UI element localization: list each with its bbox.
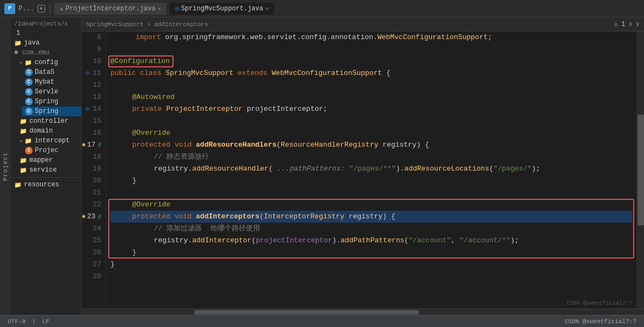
folder-icon: 📁 bbox=[14, 40, 22, 47]
code-line-18: // 静态资源放行 bbox=[110, 151, 632, 163]
sidebar-item-1[interactable]: 1 bbox=[11, 28, 81, 38]
sidebar-item-projec[interactable]: C Projec bbox=[22, 146, 81, 155]
code-editor[interactable]: 8 9 10 ◎11 12 13 bbox=[82, 32, 644, 309]
item-label: service bbox=[29, 166, 57, 174]
sidebar: Project /IdeaProjects/x 1 📁 java ■ com.x… bbox=[0, 17, 82, 315]
code-line-22: @Override bbox=[110, 199, 632, 211]
line-numbers: 8 9 10 ◎11 12 13 bbox=[82, 32, 106, 309]
sidebar-item-controller[interactable]: 📁 controller bbox=[16, 116, 81, 126]
scrollbar[interactable] bbox=[636, 32, 644, 309]
status-line-sep: | bbox=[29, 318, 39, 325]
watermark: CSDN @sweetficial7:7 bbox=[567, 300, 632, 306]
chevron-icon: ▸ bbox=[20, 60, 22, 66]
folder-icon: 📁 bbox=[24, 59, 32, 66]
class-icon: C bbox=[25, 88, 33, 96]
class-icon: C bbox=[25, 98, 33, 105]
sidebar-item-spring1[interactable]: C Spring bbox=[22, 97, 81, 106]
folder-icon: 📁 bbox=[20, 128, 27, 135]
code-line-26: } bbox=[110, 247, 632, 259]
code-line-11: public class SpringMvcSupport extends We… bbox=[110, 67, 632, 79]
item-label: 1 bbox=[16, 29, 20, 37]
horizontal-scrollbar[interactable] bbox=[82, 309, 644, 315]
status-watermark: CSDN @sweetficial7:7 bbox=[561, 318, 640, 325]
sidebar-item-service[interactable]: 📁 service bbox=[16, 165, 81, 175]
sidebar-item-java[interactable]: 📁 java bbox=[11, 38, 81, 48]
folder-icon: 📁 bbox=[24, 137, 32, 144]
editor-toolbar: SpringMvcSupport > addInterceptors ⚠ 1 ∧… bbox=[82, 17, 644, 32]
main-container: Project /IdeaProjects/x 1 📁 java ■ com.x… bbox=[0, 17, 644, 315]
code-line-20: } bbox=[110, 175, 632, 187]
item-label: Spring bbox=[35, 98, 58, 105]
class-icon: C bbox=[25, 68, 33, 76]
code-line-21 bbox=[110, 187, 632, 199]
project-label: Project bbox=[0, 17, 11, 315]
sidebar-item-resources[interactable]: 📁 resources bbox=[11, 180, 81, 190]
code-line-9 bbox=[110, 43, 632, 55]
code-line-15 bbox=[110, 115, 632, 127]
editor-area: SpringMvcSupport > addInterceptors ⚠ 1 ∧… bbox=[82, 17, 644, 315]
class-icon: C bbox=[25, 78, 33, 86]
chevron-icon: ▸ bbox=[20, 138, 22, 144]
item-label: Servle bbox=[35, 88, 58, 96]
item-label: ■ com.xmu bbox=[14, 49, 49, 56]
tab-close-icon[interactable]: ✕ bbox=[265, 5, 269, 12]
h-scrollbar-thumb[interactable] bbox=[194, 310, 419, 315]
nav-down[interactable]: ∨ bbox=[636, 20, 640, 28]
tab-projectinterceptor[interactable]: ☕ ProjectInterceptor.java ✕ bbox=[54, 3, 166, 15]
item-label: java bbox=[24, 39, 40, 47]
status-encoding: UTF-8 bbox=[4, 318, 29, 325]
code-line-17: protected void addResourceHandlers ( Res… bbox=[110, 139, 632, 151]
code-content-wrapper: import org.springframework.web.servlet.c… bbox=[106, 32, 636, 309]
nav-up[interactable]: ∧ bbox=[629, 20, 633, 28]
item-label: DataS bbox=[35, 68, 54, 76]
folder-icon: 📁 bbox=[20, 157, 27, 164]
code-lines[interactable]: import org.springframework.web.servlet.c… bbox=[106, 32, 636, 282]
folder-icon: 📁 bbox=[14, 181, 22, 188]
item-label: controller bbox=[29, 117, 69, 125]
item-label: intercept bbox=[34, 137, 70, 144]
tab-spring-icon: ◎ bbox=[175, 5, 179, 12]
warning-icon: ⚠ bbox=[614, 20, 618, 28]
warning-count: 1 bbox=[621, 21, 625, 28]
item-label: domain bbox=[29, 127, 53, 135]
code-line-10: @Configuration bbox=[110, 55, 632, 67]
ide-window: P P... ⊕ ☕ ProjectInterceptor.java ✕ ◎ S… bbox=[0, 0, 644, 327]
sidebar-item-config[interactable]: ▸ 📁 config bbox=[16, 58, 81, 67]
code-line-19: registry . addResourceHandler ( ...pathP… bbox=[110, 163, 632, 175]
item-label: Mybat bbox=[35, 78, 54, 86]
item-label: Spring bbox=[35, 108, 58, 115]
nav-icon[interactable]: ⊕ bbox=[38, 5, 45, 12]
code-line-16: @Override bbox=[110, 127, 632, 139]
tab-java-icon: ☕ bbox=[60, 5, 64, 12]
code-line-13: @Autowired bbox=[110, 91, 632, 103]
tab-label: ProjectInterceptor.java bbox=[65, 5, 156, 12]
folder-icon: 📁 bbox=[20, 118, 27, 125]
app-icon: P bbox=[4, 3, 15, 14]
sidebar-item-mybat[interactable]: C Mybat bbox=[22, 77, 81, 87]
breadcrumb: SpringMvcSupport > addInterceptors bbox=[86, 21, 208, 28]
sidebar-item-com-xmu[interactable]: ■ com.xmu bbox=[11, 48, 81, 58]
code-line-27: } bbox=[110, 259, 632, 271]
project-path: /IdeaProjects/x bbox=[11, 20, 81, 28]
code-line-23: protected void addInterceptors ( Interce… bbox=[110, 211, 632, 223]
scrollbar-thumb[interactable] bbox=[637, 115, 644, 225]
sidebar-item-spring2[interactable]: C Spring bbox=[22, 106, 81, 116]
code-line-25: registry . addInterceptor ( projectInter… bbox=[110, 235, 632, 247]
code-line-14: private ProjectInterceptor projectInterc… bbox=[110, 103, 632, 115]
sidebar-item-servle[interactable]: C Servle bbox=[22, 87, 81, 97]
tab-label: SpringMvcSupport.java bbox=[181, 5, 263, 12]
code-line-24: // 添加过滤器 给哪个路径使用 bbox=[110, 223, 632, 235]
tab-close-icon[interactable]: ✕ bbox=[158, 5, 161, 12]
app-name: P... bbox=[18, 5, 34, 12]
item-label: mapper bbox=[29, 156, 53, 164]
sidebar-item-datas[interactable]: C DataS bbox=[22, 67, 81, 77]
code-line-28 bbox=[110, 271, 632, 282]
tab-springmvcsupport[interactable]: ◎ SpringMvcSupport.java ✕ bbox=[170, 3, 274, 15]
title-bar: P P... ⊕ ☕ ProjectInterceptor.java ✕ ◎ S… bbox=[0, 0, 644, 17]
sidebar-item-mapper[interactable]: 📁 mapper bbox=[16, 155, 81, 165]
item-label: config bbox=[34, 59, 58, 66]
sidebar-item-intercept[interactable]: ▸ 📁 intercept bbox=[16, 136, 81, 146]
status-lf: LF bbox=[39, 318, 53, 325]
sidebar-item-domain[interactable]: 📁 domain bbox=[16, 126, 81, 136]
class-icon: C bbox=[25, 108, 33, 115]
